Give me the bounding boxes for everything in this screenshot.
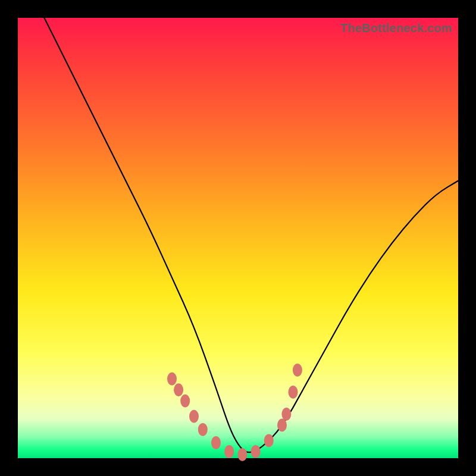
marker-point [180, 394, 190, 408]
watermark-label: TheBottleneck.com [340, 21, 452, 35]
marker-point [224, 445, 234, 458]
marker-point [167, 372, 177, 386]
marker-point [264, 434, 274, 447]
plot-frame: TheBottleneck.com [18, 18, 458, 458]
marker-point [251, 445, 261, 458]
chart-svg [18, 18, 458, 458]
curve-line [44, 18, 458, 452]
marker-point [198, 423, 208, 436]
marker-point [293, 364, 302, 377]
marker-point [174, 383, 183, 396]
marker-point [237, 448, 247, 461]
marker-point [281, 408, 291, 421]
marker-point [289, 386, 298, 399]
marker-point [189, 410, 199, 423]
marker-point [211, 436, 221, 449]
markers-group [167, 364, 302, 461]
marker-point [277, 419, 287, 432]
